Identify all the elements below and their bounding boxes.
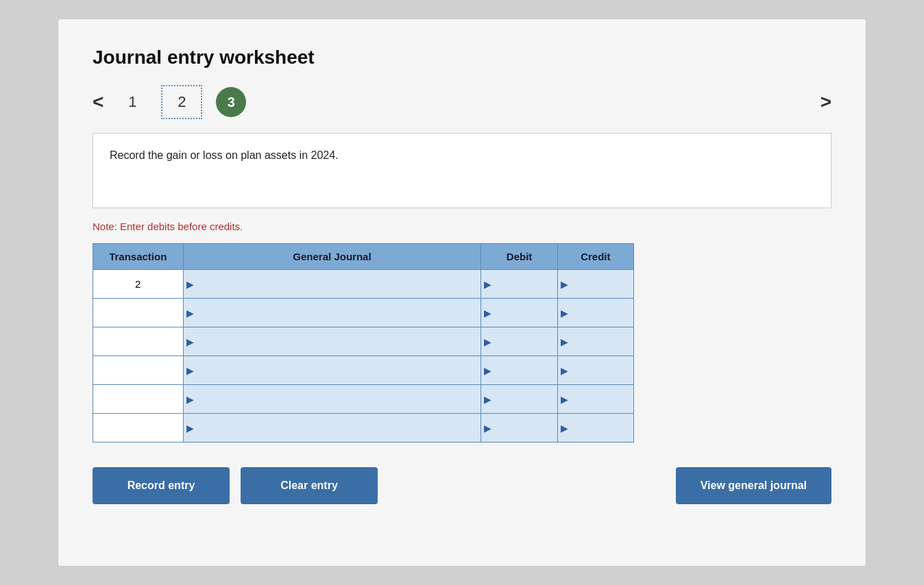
table-row: ▶▶▶ <box>93 299 634 327</box>
page-title: Journal entry worksheet <box>93 47 831 69</box>
cell-arrow-icon: ▶ <box>484 308 491 319</box>
cell-credit[interactable]: ▶ <box>557 385 633 414</box>
cell-arrow-icon: ▶ <box>186 336 194 347</box>
nav-row: < 1 2 3 > <box>93 85 831 119</box>
table-row: ▶▶▶ <box>93 385 634 414</box>
cell-general-journal[interactable]: ▶ <box>183 356 481 385</box>
cell-arrow-icon: ▶ <box>484 394 491 405</box>
cell-arrow-icon: ▶ <box>561 365 568 376</box>
cell-arrow-icon: ▶ <box>484 423 491 434</box>
cell-arrow-icon: ▶ <box>561 423 568 434</box>
th-transaction: Transaction <box>93 244 184 270</box>
cell-transaction <box>93 356 184 385</box>
cell-debit[interactable]: ▶ <box>481 414 557 443</box>
main-card: Journal entry worksheet < 1 2 3 > Record… <box>58 18 866 567</box>
table-row: ▶▶▶ <box>93 414 634 443</box>
cell-debit[interactable]: ▶ <box>481 299 557 327</box>
cell-credit[interactable]: ▶ <box>557 327 633 356</box>
cell-arrow-icon: ▶ <box>561 336 568 347</box>
instruction-text: Record the gain or loss on plan assets i… <box>110 149 339 161</box>
cell-transaction <box>93 414 184 443</box>
cell-debit[interactable]: ▶ <box>481 327 557 356</box>
journal-table: Transaction General Journal Debit Credit… <box>93 243 634 443</box>
cell-general-journal[interactable]: ▶ <box>183 327 481 356</box>
table-row: ▶▶▶ <box>93 356 634 385</box>
th-general-journal: General Journal <box>183 244 481 270</box>
cell-general-journal[interactable]: ▶ <box>183 299 481 327</box>
cell-arrow-icon: ▶ <box>186 279 194 290</box>
cell-arrow-icon: ▶ <box>186 308 194 319</box>
cell-debit[interactable]: ▶ <box>481 356 557 385</box>
cell-transaction <box>93 299 184 327</box>
view-general-journal-button[interactable]: View general journal <box>676 467 831 504</box>
instruction-box: Record the gain or loss on plan assets i… <box>93 133 831 208</box>
cell-arrow-icon: ▶ <box>186 365 194 376</box>
cell-credit[interactable]: ▶ <box>557 299 633 327</box>
cell-general-journal[interactable]: ▶ <box>183 414 481 443</box>
cell-transaction: 2 <box>93 270 184 299</box>
cell-arrow-icon: ▶ <box>484 279 491 290</box>
cell-general-journal[interactable]: ▶ <box>183 385 481 414</box>
cell-arrow-icon: ▶ <box>484 365 491 376</box>
nav-step-3[interactable]: 3 <box>216 87 246 117</box>
cell-transaction <box>93 327 184 356</box>
cell-arrow-icon: ▶ <box>186 394 194 405</box>
th-credit: Credit <box>557 244 633 270</box>
cell-credit[interactable]: ▶ <box>557 414 633 443</box>
table-row: ▶▶▶ <box>93 327 634 356</box>
button-row: Record entry Clear entry View general jo… <box>93 467 831 504</box>
clear-entry-button[interactable]: Clear entry <box>241 467 378 504</box>
nav-step-1[interactable]: 1 <box>117 93 147 111</box>
cell-credit[interactable]: ▶ <box>557 270 633 299</box>
cell-debit[interactable]: ▶ <box>481 270 557 299</box>
cell-arrow-icon: ▶ <box>484 336 491 347</box>
prev-arrow[interactable]: < <box>93 91 104 113</box>
cell-debit[interactable]: ▶ <box>481 385 557 414</box>
cell-arrow-icon: ▶ <box>561 308 568 319</box>
cell-arrow-icon: ▶ <box>561 279 568 290</box>
cell-general-journal[interactable]: ▶ <box>183 270 481 299</box>
cell-transaction <box>93 385 184 414</box>
next-arrow[interactable]: > <box>820 91 831 113</box>
cell-credit[interactable]: ▶ <box>557 356 633 385</box>
cell-arrow-icon: ▶ <box>186 423 194 434</box>
cell-arrow-icon: ▶ <box>561 394 568 405</box>
table-row: 2▶▶▶ <box>93 270 634 299</box>
th-debit: Debit <box>481 244 557 270</box>
record-entry-button[interactable]: Record entry <box>93 467 230 504</box>
nav-step-2[interactable]: 2 <box>161 85 202 119</box>
note-text: Note: Enter debits before credits. <box>93 221 831 232</box>
